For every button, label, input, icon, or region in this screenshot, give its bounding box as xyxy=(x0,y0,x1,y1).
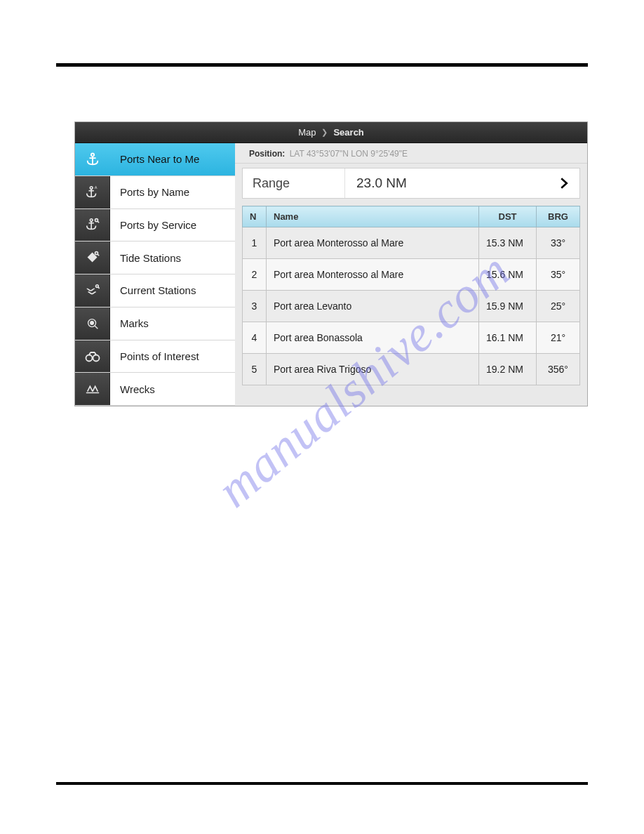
sidebar-item-label: Ports by Service xyxy=(110,219,196,231)
cell-brg: 33° xyxy=(537,227,580,259)
cell-dst: 19.2 NM xyxy=(479,354,537,385)
svg-point-21 xyxy=(93,355,99,362)
table-row[interactable]: 2Port area Monterosso al Mare15.6 NM35° xyxy=(243,259,580,291)
col-header-brg[interactable]: BRG xyxy=(537,206,580,227)
sidebar-item-label: Wrecks xyxy=(110,383,155,395)
sidebar-item-ports-near-me[interactable]: Ports Near to Me xyxy=(75,143,235,176)
sidebar-item-marks[interactable]: Marks xyxy=(75,307,235,340)
svg-point-13 xyxy=(95,252,98,255)
cell-dst: 15.6 NM xyxy=(479,259,537,291)
svg-point-3 xyxy=(90,186,93,189)
chevron-right-icon xyxy=(558,175,570,192)
sidebar-item-ports-by-service[interactable]: Ports by Service xyxy=(75,209,235,242)
svg-point-15 xyxy=(95,285,98,288)
cell-name: Port area Bonassola xyxy=(267,322,479,354)
svg-line-16 xyxy=(98,287,99,289)
cell-name: Port area Levanto xyxy=(267,291,479,322)
cell-name: Port area Riva Trigoso xyxy=(267,354,479,385)
cell-name: Port area Monterosso al Mare xyxy=(267,259,479,291)
col-header-name[interactable]: Name xyxy=(267,206,479,227)
cell-n: 2 xyxy=(243,259,267,291)
table-row[interactable]: 5Port area Riva Trigoso19.2 NM356° xyxy=(243,354,580,385)
cell-name: Port area Monterosso al Mare xyxy=(267,227,479,259)
sidebar-item-wrecks[interactable]: Wrecks xyxy=(75,373,235,406)
col-header-dst[interactable]: DST xyxy=(479,206,537,227)
cell-n: 1 xyxy=(243,227,267,259)
sidebar-item-label: Points of Interest xyxy=(110,350,199,362)
table-row[interactable]: 4Port area Bonassola16.1 NM21° xyxy=(243,322,580,354)
breadcrumb-root[interactable]: Map xyxy=(298,127,316,138)
binoculars-icon xyxy=(75,340,110,373)
sidebar: Ports Near to Me A Ports by Name Ports b… xyxy=(75,143,235,406)
sidebar-item-label: Ports Near to Me xyxy=(110,153,199,165)
table-row[interactable]: 3Port area Levanto15.9 NM25° xyxy=(243,291,580,322)
breadcrumb-current: Search xyxy=(333,127,363,138)
sidebar-item-label: Marks xyxy=(110,317,149,329)
svg-line-11 xyxy=(98,222,99,223)
svg-point-18 xyxy=(90,321,93,324)
cell-n: 3 xyxy=(243,291,267,322)
main-panel: Position: LAT 43°53'07"N LON 9°25'49"E R… xyxy=(235,143,587,406)
diamond-search-icon xyxy=(75,241,110,274)
cell-brg: 25° xyxy=(537,291,580,322)
cell-dst: 15.3 NM xyxy=(479,227,537,259)
range-go-button[interactable] xyxy=(549,168,579,198)
cell-brg: 356° xyxy=(537,354,580,385)
mark-icon xyxy=(75,307,110,340)
page-bottom-rule xyxy=(56,782,588,785)
svg-point-10 xyxy=(95,219,98,222)
cell-n: 4 xyxy=(243,322,267,354)
col-header-n[interactable]: N xyxy=(243,206,267,227)
range-label: Range xyxy=(243,168,345,198)
sidebar-item-label: Tide Stations xyxy=(110,252,181,264)
svg-point-0 xyxy=(91,153,94,156)
table-row[interactable]: 1Port area Monterosso al Mare15.3 NM33° xyxy=(243,227,580,259)
sidebar-item-label: Current Stations xyxy=(110,284,196,296)
anchor-az-icon: A xyxy=(75,176,110,208)
breadcrumb: Map ❯ Search xyxy=(75,122,587,143)
cell-n: 5 xyxy=(243,354,267,385)
position-row: Position: LAT 43°53'07"N LON 9°25'49"E xyxy=(235,143,587,164)
results-table: N Name DST BRG 1Port area Monterosso al … xyxy=(242,206,580,385)
range-value[interactable]: 23.0 NM xyxy=(345,168,549,198)
position-value: LAT 43°53'07"N LON 9°25'49"E xyxy=(290,149,408,159)
svg-line-14 xyxy=(98,254,99,256)
cell-dst: 16.1 NM xyxy=(479,322,537,354)
svg-line-19 xyxy=(95,326,98,329)
cell-dst: 15.9 NM xyxy=(479,291,537,322)
wreck-icon xyxy=(75,373,110,405)
app-screenshot: Map ❯ Search Ports Near to Me A Ports by… xyxy=(74,121,588,406)
anchor-icon xyxy=(75,143,110,176)
svg-point-7 xyxy=(90,219,93,222)
cell-brg: 35° xyxy=(537,259,580,291)
range-row[interactable]: Range 23.0 NM xyxy=(242,168,580,199)
chevron-right-icon: ❯ xyxy=(321,128,328,137)
sidebar-item-points-of-interest[interactable]: Points of Interest xyxy=(75,340,235,373)
svg-text:A: A xyxy=(94,185,97,190)
sidebar-item-tide-stations[interactable]: Tide Stations xyxy=(75,241,235,274)
svg-point-20 xyxy=(86,355,92,362)
sidebar-item-current-stations[interactable]: Current Stations xyxy=(75,274,235,307)
anchor-search-icon xyxy=(75,209,110,241)
page-top-rule xyxy=(56,63,588,67)
sidebar-item-label: Ports by Name xyxy=(110,186,189,198)
position-label: Position: xyxy=(249,149,285,159)
sidebar-item-ports-by-name[interactable]: A Ports by Name xyxy=(75,176,235,209)
cell-brg: 21° xyxy=(537,322,580,354)
currents-icon xyxy=(75,274,110,307)
